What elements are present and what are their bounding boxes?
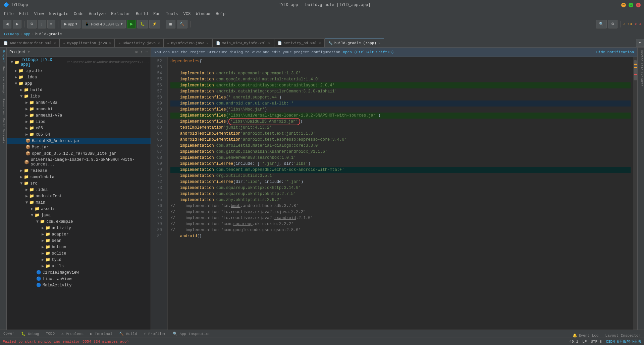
hide-notification-button[interactable]: Hide notification (596, 50, 634, 54)
bottom-tab-appinspection[interactable]: 🔍 App Inspection (169, 330, 214, 338)
menu-file[interactable]: File (1, 11, 16, 17)
open-project-structure-link[interactable]: Open (Ctrl+Alt+Shift+S) (343, 50, 394, 54)
tree-item-activity[interactable]: ▶ 📁 activity (7, 225, 151, 231)
tree-item-adapter[interactable]: ▶ 📁 adapter (7, 231, 151, 237)
menu-view[interactable]: View (32, 11, 47, 17)
search-button[interactable]: 🔍 (596, 20, 607, 28)
code-content[interactable]: dependencies { implementation 'androidx.… (168, 57, 633, 330)
tree-action-collapse[interactable]: ↕ (141, 50, 143, 55)
breadcrumb-file[interactable]: build.gradle (35, 32, 62, 36)
bottom-tab-build[interactable]: 🔨 Build (116, 330, 141, 338)
tree-item-mscjar[interactable]: 📦 Msc.jar (7, 144, 151, 150)
tree-item-app[interactable]: ▼ 📁 app (7, 80, 151, 87)
breadcrumb-project[interactable]: TYLDapp (3, 32, 19, 36)
menu-tools[interactable]: Tools (163, 11, 181, 17)
tab-close-activitybd[interactable]: ✕ (319, 41, 321, 45)
device-file-explorer-icon[interactable]: Device File Explorer (638, 49, 644, 88)
menu-code[interactable]: Code (71, 11, 86, 17)
breadcrumb-module[interactable]: app (24, 32, 31, 36)
bottom-tab-terminal[interactable]: ▶ Terminal (87, 330, 116, 338)
build-variants-icon[interactable]: Build Variants (1, 117, 6, 145)
tree-item-libs[interactable]: ▼ 📁 libs (7, 93, 151, 99)
tree-item-src[interactable]: ▼ 📁 src (7, 180, 151, 187)
tab-myinfoview[interactable]: ☕ MyInfoView.java ✕ (163, 39, 212, 47)
tab-close-mainviewmyinfo[interactable]: ✕ (268, 41, 270, 45)
minimize-button[interactable]: ─ (621, 3, 626, 7)
maximize-button[interactable]: □ (629, 3, 633, 7)
tree-item-opensdkjar[interactable]: 📦 open_sdk_3.5.12.2_r97423a8_lite.jar (7, 150, 151, 157)
project-panel-icon[interactable]: Project (1, 49, 6, 64)
tree-item-androidtest[interactable]: ▶ 📁 androidTest (7, 193, 151, 199)
tree-item-mainactivity[interactable]: 🔵 MainActivity (7, 282, 151, 288)
run-button[interactable]: ▶ (127, 20, 136, 28)
device-button[interactable]: 📱 Pixel 4 XL API 32 ▾ (82, 20, 126, 28)
profile-button[interactable]: ⚡ (149, 20, 160, 28)
tree-item-circleimageview[interactable]: 🔵 CircleImageView (7, 269, 151, 276)
tab-close-myinfoview[interactable]: ✕ (207, 41, 209, 45)
tree-item-x86_64[interactable]: ▶ 📁 x86_64 (7, 131, 151, 138)
tab-close-myapplication[interactable]: ✕ (109, 41, 111, 45)
close-button[interactable]: ✕ (636, 3, 641, 7)
tree-item-arm64[interactable]: ▶ 📁 arm64-v8a (7, 99, 151, 106)
forward-button[interactable]: ▶ (13, 20, 21, 28)
tree-item-assets[interactable]: ▶ 📁 assets (7, 206, 151, 212)
tree-item-sampledata[interactable]: ▶ 📁 sampledata (7, 174, 151, 180)
tree-action-locate[interactable]: ⊕ (135, 50, 138, 55)
tree-item-x86[interactable]: ▶ 📁 x86 (7, 125, 151, 131)
tree-item-idea[interactable]: ▶ 📁 .idea (7, 74, 151, 80)
bottom-tab-cover[interactable]: Cover (0, 330, 18, 338)
event-log[interactable]: 🔔 Event Log (569, 333, 602, 338)
tab-close-buildgradle[interactable]: ✕ (378, 41, 380, 45)
tab-activitybd[interactable]: 📄 activity_bd.xml ✕ (274, 39, 325, 47)
tree-item-java[interactable]: ▼ 📁 java (7, 212, 151, 218)
favorites-icon[interactable]: Favorites (1, 97, 6, 116)
tab-bdactivity[interactable]: ☕ BdActivity.java ✕ (115, 39, 163, 47)
tree-item-libs-sub[interactable]: ▶ 📁 libs (7, 119, 151, 125)
tree-item-sqlite[interactable]: ▶ 📁 sqlite (7, 250, 151, 257)
stop-button[interactable]: ⏹ (166, 20, 175, 28)
warnings-count[interactable]: ⚠ 10 (623, 22, 632, 26)
tree-item-comexample[interactable]: ▼ 📁 com.example (7, 218, 151, 225)
tree-item-release[interactable]: ▶ 📁 release (7, 167, 151, 174)
errors-count[interactable]: ✗ 4 (635, 22, 641, 26)
tree-item-baidujar[interactable]: 📦 BaiduLBS_Android.jar (7, 138, 151, 144)
tab-androidmanifest[interactable]: 📄 AndroidManifest.xml ✕ (0, 39, 59, 47)
build-button[interactable]: 🔨 (177, 20, 187, 28)
menu-vcs[interactable]: VCS (181, 11, 194, 17)
bottom-tab-problems[interactable]: ⚠ Problems (58, 330, 87, 338)
tree-item-universaljar[interactable]: 📦 universal-image-loader-1.9.2-SNAPSHOT-… (7, 157, 151, 167)
tab-close-bdactivity[interactable]: ✕ (158, 41, 160, 45)
tree-item-armeabi-v7a[interactable]: ▶ 📁 armeabi-v7a (7, 112, 151, 119)
tree-item-gradle[interactable]: ▶ 📁 .gradle (7, 68, 151, 74)
settings2-button[interactable]: ⚙ (608, 20, 618, 28)
tree-item-armeabi[interactable]: ▶ 📁 armeabi (7, 106, 151, 112)
menu-run[interactable]: Run (151, 11, 163, 17)
menu-analyze[interactable]: Analyze (86, 11, 108, 17)
tab-mainviewmyinfo[interactable]: 📄 main_view_myinfo.xml ✕ (212, 39, 274, 47)
menu-build[interactable]: Build (133, 11, 151, 17)
project-structure-button[interactable]: ⚙ (27, 20, 37, 28)
scrollbar-thumb-editor[interactable] (634, 60, 637, 80)
tree-root[interactable]: ▼ 📁 TYLDapp [TYLD app] C:\Users\Admin\An… (7, 57, 151, 68)
resource-manager-icon[interactable]: Resource Manager (1, 65, 6, 96)
menu-window[interactable]: Window (193, 11, 213, 17)
sync-button[interactable]: ↕ (38, 20, 46, 28)
editor-scrollbar[interactable] (633, 57, 637, 330)
bottom-tab-profiler[interactable]: ⚡ Profiler (141, 330, 169, 338)
tab-myapplication[interactable]: ☕ MyApplication.java ✕ (59, 39, 115, 47)
tree-item-liaotianview[interactable]: 🔵 LiaotianView (7, 276, 151, 282)
tree-item-main[interactable]: ▼ 📁 main (7, 199, 151, 206)
run-config-button[interactable]: ▶ app ▾ (61, 20, 80, 28)
tree-item-build[interactable]: ▶ 📁 build (7, 87, 151, 93)
menu-help[interactable]: Help (213, 11, 228, 17)
back-button[interactable]: ◀ (3, 20, 11, 28)
menu-edit[interactable]: Edit (16, 11, 32, 17)
tree-item-utils[interactable]: ▶ 📁 utils (7, 263, 151, 269)
menu-refactor[interactable]: Refactor (108, 11, 133, 17)
debug-button[interactable]: 🐛 (137, 20, 148, 28)
layout-inspector[interactable]: Layout Inspector (602, 334, 644, 338)
tree-item-bean[interactable]: ▶ 📁 bean (7, 237, 151, 244)
tree-item-tyld[interactable]: ▶ 📁 tyld (7, 257, 151, 263)
settings-button[interactable]: ≡ (47, 20, 55, 28)
bottom-tab-debug[interactable]: 🐛 Debug (18, 330, 43, 338)
